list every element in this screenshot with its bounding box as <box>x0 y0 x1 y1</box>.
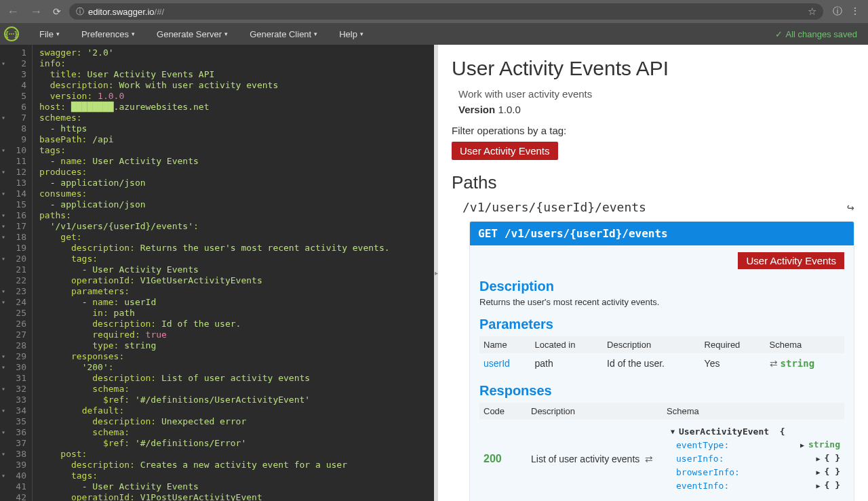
collapse-icon[interactable]: ▼ <box>671 425 675 438</box>
http-method: GET <box>478 227 498 240</box>
response-schema: ▼UserActivityEvent { eventType▶stringuse… <box>667 425 840 492</box>
filter-label: Filter operations by a tag: <box>452 125 854 136</box>
swagger-logo-icon[interactable]: {···} <box>4 26 19 41</box>
api-version: Version 1.0.0 <box>452 104 854 115</box>
reply-icon[interactable]: ↩ <box>847 200 854 214</box>
chevron-down-icon: ▾ <box>56 31 60 37</box>
api-description: Work with user activity events <box>452 88 854 100</box>
menu-file[interactable]: File▾ <box>28 29 71 39</box>
chevron-down-icon: ▾ <box>360 31 363 37</box>
table-row: 200 List of user activity events ⇄ ▼User… <box>479 420 844 498</box>
schema-property: browserInfo▶{ } <box>667 465 840 479</box>
param-name[interactable]: userId <box>479 353 530 374</box>
editor-code[interactable]: swagger: '2.0'info: title: User Activity… <box>33 45 434 501</box>
operation-path: /v1/users/{userId}/events <box>505 227 668 240</box>
responses-table: Code Description Schema 200 List of user… <box>479 403 844 498</box>
schema-property: userInfo▶{ } <box>667 452 840 465</box>
path-heading: /v1/users/{userId}/events ↩ <box>462 200 854 214</box>
responses-heading: Responses <box>479 383 844 399</box>
yaml-editor[interactable]: 1234567891011121314151617181920212223242… <box>0 45 434 501</box>
api-title: User Activity Events API <box>452 57 854 80</box>
menu-generate-client[interactable]: Generate Client▾ <box>239 29 328 39</box>
response-code: 200 <box>484 453 502 464</box>
chevron-down-icon: ▾ <box>314 31 317 37</box>
swap-icon[interactable]: ⇄ <box>770 358 778 369</box>
tag-filter-chip[interactable]: User Activity Events <box>452 142 558 160</box>
schema-property: eventType▶string <box>667 438 840 452</box>
back-icon[interactable]: ← <box>4 5 22 19</box>
check-icon: ✓ <box>775 29 783 39</box>
table-row: userId path Id of the user. Yes ⇄string <box>479 353 844 374</box>
save-status: ✓ All changes saved <box>775 29 864 39</box>
operation-description: Returns the user's most recent activity … <box>479 297 844 307</box>
bookmark-icon[interactable]: ☆ <box>808 5 816 18</box>
paths-heading: Paths <box>452 172 854 193</box>
editor-gutter: 1234567891011121314151617181920212223242… <box>0 45 33 501</box>
parameters-heading: Parameters <box>479 317 844 332</box>
parameters-table: Name Located in Description Required Sch… <box>479 336 844 374</box>
page-info-icon[interactable]: ⓘ <box>833 5 842 18</box>
browser-menu-icon[interactable]: ⋮ <box>850 5 860 18</box>
operation-tag-chip[interactable]: User Activity Events <box>738 252 844 269</box>
url-input[interactable]: ⓘ editor.swagger.io /#/ ☆ <box>69 3 823 20</box>
swap-icon[interactable]: ⇄ <box>645 454 653 464</box>
expand-icon[interactable]: ▶ <box>816 482 820 489</box>
url-domain: editor.swagger.io <box>88 7 155 17</box>
expand-icon[interactable]: ▶ <box>816 455 820 462</box>
chevron-down-icon: ▾ <box>224 31 228 37</box>
operation-header[interactable]: GET /v1/users/{userId}/events <box>470 222 854 245</box>
expand-icon[interactable]: ▶ <box>800 441 804 449</box>
forward-icon: → <box>27 5 45 19</box>
schema-property: eventInfo▶{ } <box>667 479 840 492</box>
menu-help[interactable]: Help▾ <box>328 29 374 39</box>
api-doc-panel: User Activity Events API Work with user … <box>438 45 868 501</box>
menu-preferences[interactable]: Preferences▾ <box>71 29 146 39</box>
menu-generate-server[interactable]: Generate Server▾ <box>146 29 239 39</box>
expand-icon[interactable]: ▶ <box>816 468 820 476</box>
browser-address-bar: ← → ⟳ ⓘ editor.swagger.io /#/ ☆ ⓘ ⋮ <box>0 0 868 23</box>
site-info-icon[interactable]: ⓘ <box>76 6 84 18</box>
url-path: /#/ <box>155 7 164 17</box>
chevron-down-icon: ▾ <box>132 31 135 37</box>
description-heading: Description <box>479 279 844 294</box>
reload-icon[interactable]: ⟳ <box>50 6 64 17</box>
swagger-toolbar: {···} File▾ Preferences▾ Generate Server… <box>0 23 868 45</box>
operation-get: GET /v1/users/{userId}/events User Activ… <box>469 221 854 501</box>
